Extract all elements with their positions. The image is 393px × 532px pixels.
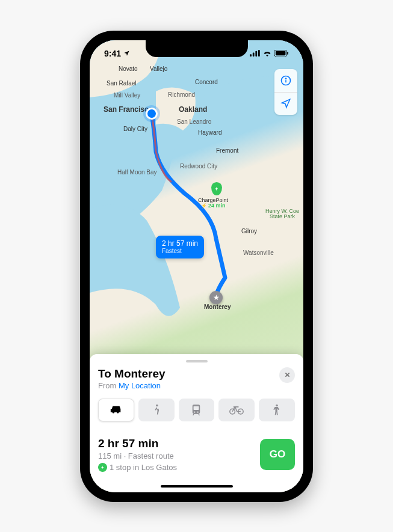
- city-concord: Concord: [195, 79, 218, 85]
- route-info: 2 hr 57 min 115 mi · Fastest route 1 sto…: [98, 437, 177, 472]
- route-callout-label: Fastest: [162, 248, 198, 255]
- city-redwood-city: Redwood City: [180, 163, 217, 170]
- notch: [146, 40, 248, 57]
- svg-rect-5: [276, 51, 286, 55]
- close-button[interactable]: [279, 367, 295, 383]
- home-indicator[interactable]: [161, 485, 233, 488]
- svg-rect-6: [287, 52, 288, 55]
- city-san-leandro: San Leandro: [177, 118, 211, 125]
- map-info-button[interactable]: [274, 69, 297, 92]
- phone-frame: 9:41 Novato Vallejo San Rafael Mill Vall…: [80, 31, 313, 502]
- car-icon: [110, 405, 123, 415]
- status-time-text: 9:41: [104, 49, 121, 58]
- city-hayward: Hayward: [198, 129, 221, 136]
- map-controls: [274, 69, 297, 115]
- svg-rect-2: [255, 51, 257, 57]
- charge-station-label: ChargePoint ⚡ 24 min: [198, 198, 228, 210]
- park-henry-coe: Henry W. Coe State Park: [261, 209, 303, 221]
- svg-point-19: [276, 404, 278, 406]
- signal-icon: [250, 50, 260, 57]
- svg-rect-14: [194, 406, 199, 409]
- mode-walk[interactable]: [138, 399, 175, 421]
- svg-point-16: [197, 411, 199, 412]
- transit-icon: [191, 404, 201, 416]
- close-icon: [284, 371, 291, 378]
- location-arrow-icon: [280, 98, 291, 109]
- route-card: 2 hr 57 min 115 mi · Fastest route 1 sto…: [98, 437, 295, 472]
- sheet-subtitle: From My Location: [98, 381, 166, 390]
- from-prefix: From: [98, 381, 119, 390]
- svg-rect-0: [250, 54, 252, 57]
- location-arrow-icon: [123, 50, 130, 57]
- status-right: [250, 50, 289, 57]
- screen: 9:41 Novato Vallejo San Rafael Mill Vall…: [90, 40, 303, 492]
- route-stop: 1 stop in Los Gatos: [98, 463, 177, 472]
- svg-rect-3: [258, 50, 260, 57]
- bolt-badge-icon: [98, 463, 107, 472]
- directions-sheet[interactable]: To Monterey From My Location: [90, 354, 303, 492]
- svg-point-12: [156, 404, 158, 406]
- destination-pin[interactable]: ★: [209, 291, 223, 304]
- mode-rideshare[interactable]: [259, 399, 295, 421]
- city-fremont: Fremont: [216, 147, 238, 154]
- walk-icon: [152, 404, 161, 416]
- city-richmond: Richmond: [168, 91, 195, 98]
- sheet-title: To Monterey: [98, 367, 166, 381]
- mode-transit[interactable]: [179, 399, 215, 421]
- city-half-moon-bay: Half Moon Bay: [117, 169, 157, 176]
- bike-icon: [229, 405, 244, 415]
- svg-point-15: [194, 411, 196, 412]
- battery-icon: [274, 50, 289, 57]
- mode-drive[interactable]: [98, 399, 134, 421]
- svg-point-9: [285, 78, 286, 79]
- info-icon: [280, 75, 292, 87]
- route-callout[interactable]: 2 hr 57 min Fastest: [156, 236, 204, 258]
- mode-bike[interactable]: [218, 399, 255, 421]
- route-time: 2 hr 57 min: [98, 437, 177, 450]
- go-button-label: GO: [270, 448, 285, 460]
- city-mill-valley: Mill Valley: [114, 92, 140, 99]
- bolt-icon: [214, 186, 219, 192]
- bolt-icon: [101, 465, 105, 470]
- wifi-icon: [262, 50, 272, 57]
- from-location-link[interactable]: My Location: [119, 381, 161, 390]
- city-watsonville: Watsonville: [243, 249, 274, 256]
- sheet-grabber[interactable]: [186, 360, 208, 362]
- status-time: 9:41: [104, 49, 130, 58]
- route-detail: 115 mi · Fastest route: [98, 451, 177, 460]
- transport-mode-row: [98, 399, 295, 421]
- city-monterey: Monterey: [204, 304, 231, 310]
- city-san-rafael: San Rafael: [107, 80, 136, 87]
- map-locate-button[interactable]: [274, 92, 297, 115]
- route-stop-text: 1 stop in Los Gatos: [110, 463, 177, 472]
- svg-rect-1: [253, 53, 255, 57]
- city-gilroy: Gilroy: [241, 228, 257, 234]
- city-oakland: Oakland: [179, 105, 207, 114]
- charge-station-wait: 24 min: [208, 203, 226, 209]
- go-button[interactable]: GO: [260, 439, 295, 470]
- route-callout-time: 2 hr 57 min: [162, 239, 198, 248]
- current-location-dot: [146, 108, 158, 120]
- sheet-header: To Monterey From My Location: [98, 367, 295, 390]
- city-daly-city: Daly City: [123, 126, 147, 132]
- rideshare-icon: [273, 404, 281, 416]
